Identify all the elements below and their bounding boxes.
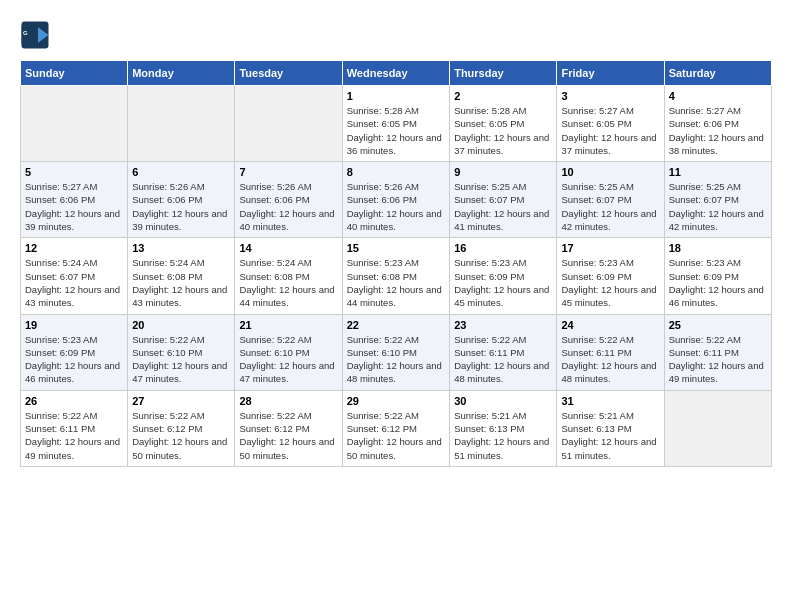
day-number: 8 [347,166,445,178]
calendar-cell: 31Sunrise: 5:21 AM Sunset: 6:13 PM Dayli… [557,390,664,466]
page-header: G [20,20,772,50]
weekday-header: Sunday [21,61,128,86]
day-info: Sunrise: 5:27 AM Sunset: 6:05 PM Dayligh… [561,104,659,157]
day-info: Sunrise: 5:26 AM Sunset: 6:06 PM Dayligh… [347,180,445,233]
calendar-cell: 30Sunrise: 5:21 AM Sunset: 6:13 PM Dayli… [450,390,557,466]
weekday-header: Saturday [664,61,771,86]
day-number: 28 [239,395,337,407]
day-number: 14 [239,242,337,254]
day-number: 9 [454,166,552,178]
calendar-week-row: 19Sunrise: 5:23 AM Sunset: 6:09 PM Dayli… [21,314,772,390]
day-info: Sunrise: 5:24 AM Sunset: 6:07 PM Dayligh… [25,256,123,309]
day-number: 19 [25,319,123,331]
day-number: 17 [561,242,659,254]
svg-text:G: G [23,30,28,36]
calendar-cell: 12Sunrise: 5:24 AM Sunset: 6:07 PM Dayli… [21,238,128,314]
day-info: Sunrise: 5:26 AM Sunset: 6:06 PM Dayligh… [132,180,230,233]
calendar-cell: 3Sunrise: 5:27 AM Sunset: 6:05 PM Daylig… [557,86,664,162]
calendar-cell: 11Sunrise: 5:25 AM Sunset: 6:07 PM Dayli… [664,162,771,238]
day-number: 26 [25,395,123,407]
weekday-header: Monday [128,61,235,86]
weekday-header: Tuesday [235,61,342,86]
day-number: 20 [132,319,230,331]
day-info: Sunrise: 5:28 AM Sunset: 6:05 PM Dayligh… [454,104,552,157]
calendar-week-row: 12Sunrise: 5:24 AM Sunset: 6:07 PM Dayli… [21,238,772,314]
calendar-cell: 17Sunrise: 5:23 AM Sunset: 6:09 PM Dayli… [557,238,664,314]
day-info: Sunrise: 5:23 AM Sunset: 6:09 PM Dayligh… [669,256,767,309]
calendar-cell [664,390,771,466]
day-info: Sunrise: 5:25 AM Sunset: 6:07 PM Dayligh… [454,180,552,233]
calendar-cell: 21Sunrise: 5:22 AM Sunset: 6:10 PM Dayli… [235,314,342,390]
day-info: Sunrise: 5:22 AM Sunset: 6:11 PM Dayligh… [561,333,659,386]
calendar-cell: 6Sunrise: 5:26 AM Sunset: 6:06 PM Daylig… [128,162,235,238]
day-number: 27 [132,395,230,407]
day-number: 12 [25,242,123,254]
day-info: Sunrise: 5:22 AM Sunset: 6:12 PM Dayligh… [239,409,337,462]
day-info: Sunrise: 5:22 AM Sunset: 6:12 PM Dayligh… [347,409,445,462]
calendar-week-row: 5Sunrise: 5:27 AM Sunset: 6:06 PM Daylig… [21,162,772,238]
day-info: Sunrise: 5:23 AM Sunset: 6:09 PM Dayligh… [454,256,552,309]
day-number: 25 [669,319,767,331]
day-info: Sunrise: 5:28 AM Sunset: 6:05 PM Dayligh… [347,104,445,157]
calendar-cell: 7Sunrise: 5:26 AM Sunset: 6:06 PM Daylig… [235,162,342,238]
calendar-cell: 22Sunrise: 5:22 AM Sunset: 6:10 PM Dayli… [342,314,449,390]
calendar-cell: 5Sunrise: 5:27 AM Sunset: 6:06 PM Daylig… [21,162,128,238]
calendar-cell: 8Sunrise: 5:26 AM Sunset: 6:06 PM Daylig… [342,162,449,238]
logo: G [20,20,54,50]
day-number: 30 [454,395,552,407]
day-number: 2 [454,90,552,102]
day-info: Sunrise: 5:27 AM Sunset: 6:06 PM Dayligh… [669,104,767,157]
day-number: 22 [347,319,445,331]
day-number: 7 [239,166,337,178]
day-info: Sunrise: 5:22 AM Sunset: 6:11 PM Dayligh… [454,333,552,386]
day-number: 6 [132,166,230,178]
calendar-cell: 16Sunrise: 5:23 AM Sunset: 6:09 PM Dayli… [450,238,557,314]
day-info: Sunrise: 5:22 AM Sunset: 6:10 PM Dayligh… [132,333,230,386]
calendar-cell: 18Sunrise: 5:23 AM Sunset: 6:09 PM Dayli… [664,238,771,314]
day-info: Sunrise: 5:24 AM Sunset: 6:08 PM Dayligh… [239,256,337,309]
day-number: 13 [132,242,230,254]
day-number: 4 [669,90,767,102]
calendar-table: SundayMondayTuesdayWednesdayThursdayFrid… [20,60,772,467]
calendar-cell: 29Sunrise: 5:22 AM Sunset: 6:12 PM Dayli… [342,390,449,466]
day-info: Sunrise: 5:21 AM Sunset: 6:13 PM Dayligh… [454,409,552,462]
day-info: Sunrise: 5:22 AM Sunset: 6:10 PM Dayligh… [239,333,337,386]
day-info: Sunrise: 5:25 AM Sunset: 6:07 PM Dayligh… [561,180,659,233]
day-number: 24 [561,319,659,331]
calendar-cell: 10Sunrise: 5:25 AM Sunset: 6:07 PM Dayli… [557,162,664,238]
calendar-cell [21,86,128,162]
day-info: Sunrise: 5:22 AM Sunset: 6:11 PM Dayligh… [669,333,767,386]
weekday-header: Wednesday [342,61,449,86]
calendar-cell: 25Sunrise: 5:22 AM Sunset: 6:11 PM Dayli… [664,314,771,390]
day-info: Sunrise: 5:22 AM Sunset: 6:12 PM Dayligh… [132,409,230,462]
day-info: Sunrise: 5:23 AM Sunset: 6:09 PM Dayligh… [25,333,123,386]
calendar-cell: 13Sunrise: 5:24 AM Sunset: 6:08 PM Dayli… [128,238,235,314]
day-info: Sunrise: 5:23 AM Sunset: 6:09 PM Dayligh… [561,256,659,309]
calendar-cell: 1Sunrise: 5:28 AM Sunset: 6:05 PM Daylig… [342,86,449,162]
day-number: 16 [454,242,552,254]
calendar-cell [128,86,235,162]
calendar-cell: 27Sunrise: 5:22 AM Sunset: 6:12 PM Dayli… [128,390,235,466]
weekday-header: Friday [557,61,664,86]
day-number: 15 [347,242,445,254]
calendar-cell: 4Sunrise: 5:27 AM Sunset: 6:06 PM Daylig… [664,86,771,162]
day-number: 23 [454,319,552,331]
calendar-cell: 23Sunrise: 5:22 AM Sunset: 6:11 PM Dayli… [450,314,557,390]
day-number: 3 [561,90,659,102]
day-number: 21 [239,319,337,331]
day-info: Sunrise: 5:21 AM Sunset: 6:13 PM Dayligh… [561,409,659,462]
calendar-header-row: SundayMondayTuesdayWednesdayThursdayFrid… [21,61,772,86]
calendar-cell: 26Sunrise: 5:22 AM Sunset: 6:11 PM Dayli… [21,390,128,466]
day-number: 31 [561,395,659,407]
calendar-cell: 14Sunrise: 5:24 AM Sunset: 6:08 PM Dayli… [235,238,342,314]
day-number: 5 [25,166,123,178]
day-number: 10 [561,166,659,178]
calendar-week-row: 26Sunrise: 5:22 AM Sunset: 6:11 PM Dayli… [21,390,772,466]
calendar-cell: 28Sunrise: 5:22 AM Sunset: 6:12 PM Dayli… [235,390,342,466]
day-info: Sunrise: 5:25 AM Sunset: 6:07 PM Dayligh… [669,180,767,233]
day-info: Sunrise: 5:26 AM Sunset: 6:06 PM Dayligh… [239,180,337,233]
calendar-cell: 2Sunrise: 5:28 AM Sunset: 6:05 PM Daylig… [450,86,557,162]
day-info: Sunrise: 5:23 AM Sunset: 6:08 PM Dayligh… [347,256,445,309]
day-info: Sunrise: 5:22 AM Sunset: 6:10 PM Dayligh… [347,333,445,386]
calendar-cell [235,86,342,162]
